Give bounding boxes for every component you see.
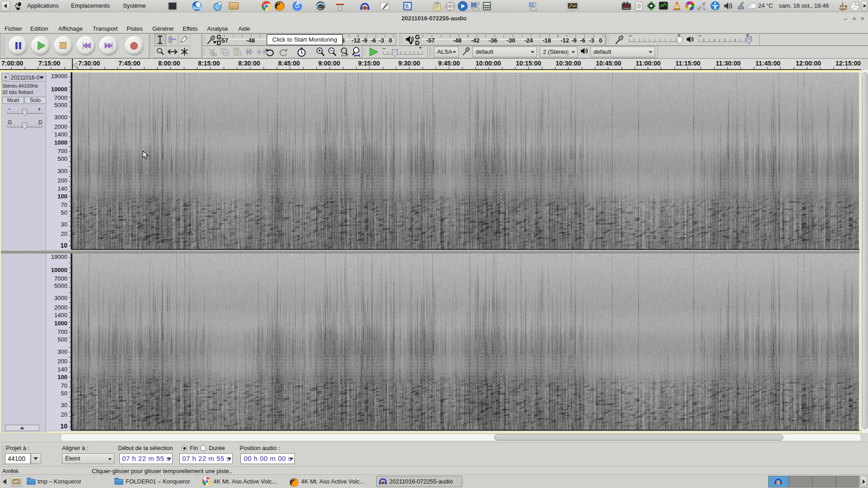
svg-text:Pro: Pro bbox=[318, 7, 322, 10]
